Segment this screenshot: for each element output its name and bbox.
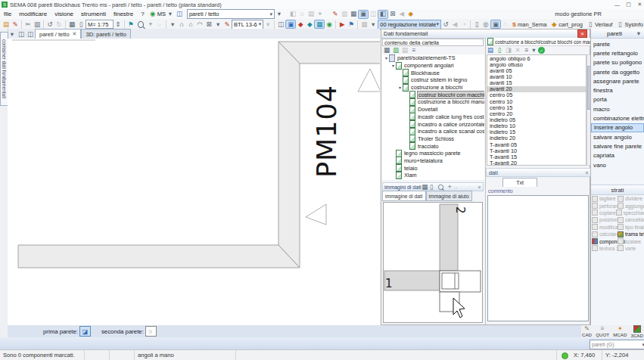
tool-textura-3d[interactable]: textura 3D [592, 245, 618, 251]
sidebar-item-parete-su-poligono[interactable]: parete su poligono [591, 58, 644, 67]
box-icon[interactable]: ⊠ [388, 10, 397, 18]
list-view-dropdown-icon[interactable]: ▾ [531, 46, 537, 54]
grid-icon[interactable]: ▦ [359, 20, 369, 29]
tree-paste-icon[interactable]: ▤ [400, 46, 409, 54]
tree-item[interactable]: ▾componenti angolari [382, 62, 484, 70]
tool-componenti[interactable]: componenti [592, 238, 618, 244]
apply-check-icon[interactable]: ✓ [538, 47, 545, 54]
globe-icon[interactable]: ◉ [325, 20, 334, 29]
img-page-icon[interactable]: ▯ [428, 183, 435, 191]
tree-item[interactable]: legno massiccio parete [382, 150, 484, 157]
tool-dividere[interactable]: dividere [618, 196, 642, 202]
pareti-g-combo[interactable]: pareti (G) ▾ [590, 340, 644, 349]
tab-menu-dropdown-icon[interactable]: ▾ [8, 30, 17, 39]
printer-icon[interactable]: ▦ [67, 20, 76, 29]
scale-spinner-icon[interactable]: ⇕ [114, 20, 123, 29]
drawing-canvas[interactable]: PM104 [8, 39, 380, 325]
sidebar-header[interactable]: pareti ▾ [591, 29, 644, 39]
stamp-icon[interactable]: ▥ [340, 10, 349, 18]
dati-section-header[interactable]: dati » [486, 168, 591, 177]
panel-close-icon[interactable]: ✕ [577, 29, 587, 38]
expand-arrow-icon[interactable]: ▾ [397, 85, 403, 90]
layout-icon[interactable]: ◫ [175, 10, 184, 18]
wand-icon[interactable]: ◀ [397, 10, 406, 18]
save-icon[interactable]: ◨ [504, 46, 513, 54]
palette-dropdown-icon[interactable]: ▾ [369, 20, 378, 29]
scale-field[interactable]: M= 1:75 [86, 20, 114, 29]
tool-varie[interactable]: varie [618, 245, 636, 251]
beam-icon[interactable]: ▦ [349, 10, 358, 18]
sidebar-item-combinazione-elettrica[interactable]: combinazione elettrica [591, 113, 644, 123]
copy-icon[interactable]: ▥ [33, 20, 42, 29]
btl-combo[interactable]: BTL 13-6 ▾ [232, 20, 263, 29]
quot-button[interactable]: ≡ QUOT [596, 325, 609, 337]
dati-chevron-icon[interactable]: » [583, 171, 590, 174]
menu-modificare[interactable]: modificare [15, 11, 51, 17]
clock-icon[interactable]: ◔ [459, 20, 468, 29]
btl-combo-dropdown-icon[interactable]: ▾ [259, 21, 262, 27]
tool-cancellare[interactable]: cancellare [618, 217, 644, 223]
binoculars-icon[interactable]: ◎ [481, 20, 490, 29]
wall-bottom[interactable] [18, 245, 300, 268]
measure-dropdown-icon[interactable]: ▾ [168, 20, 177, 29]
tree-copy-icon[interactable]: ▥ [391, 46, 400, 54]
undo-icon[interactable]: ↺ [45, 20, 54, 29]
tree-item[interactable]: costruzione a blocchi manuale [382, 98, 484, 106]
tree-item[interactable]: Tiroler Schloss [382, 135, 484, 143]
tree-item[interactable]: incastro a calice orizzontale [382, 120, 484, 128]
brush-icon[interactable]: ✎ [331, 10, 340, 18]
sidebar-item-parete-da-oggetto[interactable]: parete da oggetto [591, 67, 644, 76]
txt-tab[interactable]: Txt [502, 178, 537, 187]
sidebar-item-porta[interactable]: porta [591, 95, 644, 104]
context-combo-dropdown-icon[interactable]: ▾ [269, 11, 272, 17]
star-icon[interactable]: ✦ [316, 10, 325, 18]
list-item[interactable]: T-avanti 20 [487, 160, 586, 166]
user-icon[interactable]: ◉ [148, 10, 157, 18]
teal-marker-icon[interactable]: ◆ [305, 20, 314, 29]
menu-file[interactable]: file [0, 11, 15, 17]
delete-icon[interactable]: ✕ [513, 46, 522, 54]
sidebar-item-parete[interactable]: parete [591, 39, 644, 48]
wall-vertical[interactable] [278, 42, 300, 268]
menu-visione[interactable]: visione [51, 11, 77, 17]
tab-immagine-di-dati[interactable]: immagine di dati [382, 191, 426, 201]
hand-icon[interactable]: ☞ [155, 20, 164, 29]
prima-parete-button[interactable]: ◪ [79, 326, 91, 337]
marked-view-icon[interactable]: ▣ [490, 20, 501, 29]
pen-icon[interactable]: ✎ [222, 20, 232, 29]
refresh-icon[interactable]: ↺ [441, 20, 450, 29]
back-icon[interactable]: ◀ [450, 20, 459, 29]
tab-pareti-tetto[interactable]: pareti / tetto ✕ [35, 29, 81, 39]
tile-view-icon[interactable]: ◫ [26, 30, 35, 39]
lock-icon[interactable]: ◧ [288, 10, 297, 18]
context-combo[interactable]: pareti / tetto ▾ [187, 9, 275, 19]
close-button[interactable]: ✕ [634, 1, 644, 8]
cad-button[interactable]: ✎ CAD [582, 325, 592, 337]
tools-icon[interactable]: ◆ [406, 10, 415, 18]
export-icon[interactable]: ◫ [276, 20, 285, 29]
sidebar-item-parete-rettangolo[interactable]: parete rettangolo [591, 48, 644, 57]
tool-modificare[interactable]: modificare [592, 224, 618, 230]
tab-close-icon[interactable]: ✕ [73, 31, 77, 37]
btl-options-dropdown-icon[interactable]: ▾ [263, 20, 272, 29]
tab-3d-pareti-tetto[interactable]: 3D: pareti / tetto [81, 29, 130, 39]
sidebar-item-salvare-fine-parete[interactable]: salvare fine parete [591, 141, 644, 151]
pages-icon[interactable]: ▤ [306, 10, 316, 18]
tree-item[interactable]: tracciato [382, 142, 484, 150]
cart-prog-button[interactable]: ◆ cart_prog [551, 20, 583, 29]
cut-icon[interactable]: ✂ [23, 20, 33, 29]
monitor-icon[interactable]: ▣ [285, 20, 296, 29]
sidebar-item-vano[interactable]: vano [591, 160, 644, 169]
3cad-button[interactable]: 3CAD [630, 325, 643, 338]
maximize-button[interactable]: ▢ [623, 1, 634, 8]
flag-dropdown-icon[interactable]: ⚑ [347, 20, 356, 29]
red-marker-icon[interactable]: ◆ [296, 20, 305, 29]
expand-arrow-icon[interactable]: ▾ [384, 55, 389, 61]
selection-mode-icon[interactable]: ▣ [358, 10, 369, 19]
img-tool-icon[interactable]: ▦ [422, 183, 428, 191]
arrow-dropdown-icon[interactable]: ▶ [338, 20, 347, 29]
sidebar-item-finestra[interactable]: finestra [591, 85, 644, 95]
dim-icon[interactable]: ◫ [369, 10, 378, 18]
active-layer-icon[interactable]: ▦ [314, 20, 325, 29]
tree-item[interactable]: muro+telaiatura [382, 157, 484, 165]
